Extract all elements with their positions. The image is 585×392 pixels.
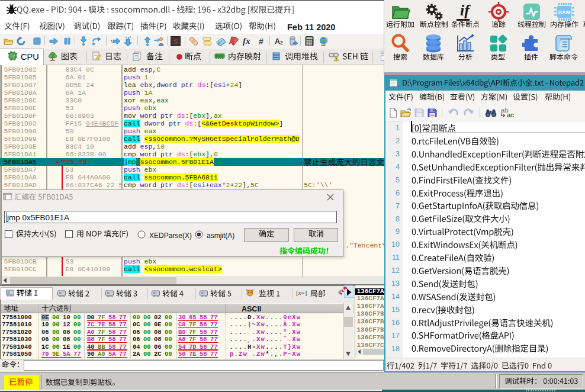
svg-text:RAM: RAM: [558, 9, 571, 15]
svg-text:32: 32: [11, 54, 15, 58]
svg-text:S: S: [173, 37, 178, 46]
